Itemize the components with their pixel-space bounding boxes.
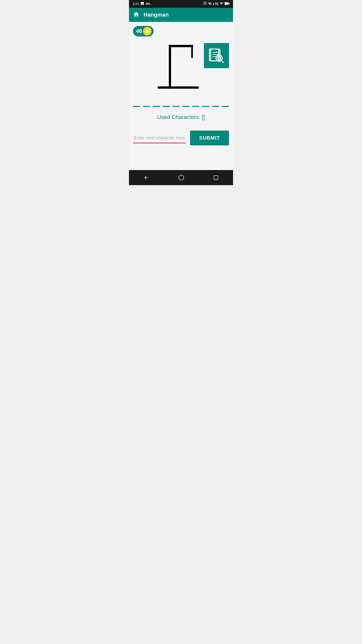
battery-icon bbox=[224, 2, 230, 6]
submit-button[interactable]: SUBMIT bbox=[190, 131, 229, 145]
back-arrow-icon bbox=[143, 175, 149, 181]
blank-3 bbox=[153, 106, 160, 107]
input-area: SUBMIT bbox=[133, 131, 229, 145]
blank-9 bbox=[212, 106, 219, 107]
word-blanks bbox=[133, 106, 229, 107]
blank-1 bbox=[133, 106, 140, 107]
svg-point-16 bbox=[179, 175, 184, 180]
status-bar: 3:20 NFL LTE bbox=[129, 0, 233, 8]
lte-indicator: LTE bbox=[213, 2, 218, 6]
status-left: 3:20 NFL bbox=[132, 2, 151, 6]
svg-rect-2 bbox=[229, 3, 230, 4]
home-nav-button[interactable] bbox=[173, 173, 189, 183]
status-time: 3:20 bbox=[132, 2, 139, 6]
alarm-status-icon bbox=[203, 2, 207, 6]
status-right: LTE bbox=[203, 2, 230, 6]
signal-icon bbox=[219, 2, 223, 6]
hint-button[interactable] bbox=[204, 43, 229, 68]
nfl-status-icon: NFL bbox=[146, 3, 151, 5]
home-icon[interactable] bbox=[133, 11, 140, 19]
star-coin bbox=[143, 27, 152, 35]
book-search-icon bbox=[208, 47, 225, 64]
svg-line-15 bbox=[221, 60, 223, 63]
app-title: Hangman bbox=[144, 12, 169, 18]
blank-5 bbox=[172, 106, 180, 107]
mute-status-icon bbox=[208, 2, 212, 6]
blank-4 bbox=[163, 106, 170, 107]
star-coin-icon bbox=[145, 29, 150, 34]
svg-rect-1 bbox=[225, 3, 228, 5]
hangman-area bbox=[133, 41, 229, 96]
image-status-icon bbox=[140, 2, 144, 6]
blank-8 bbox=[202, 106, 209, 107]
blank-10 bbox=[222, 106, 229, 107]
score-badge: 46 bbox=[133, 26, 154, 36]
bottom-nav bbox=[129, 170, 233, 185]
recent-apps-icon bbox=[213, 175, 219, 180]
blank-7 bbox=[192, 106, 199, 107]
main-content: 46 bbox=[129, 22, 233, 170]
blank-2 bbox=[143, 106, 150, 107]
used-characters-label: Used Characters: bbox=[157, 114, 200, 120]
back-button[interactable] bbox=[138, 173, 154, 183]
used-characters: Used Characters: [] bbox=[157, 114, 205, 120]
gallows-svg bbox=[151, 41, 211, 96]
app-bar: Hangman bbox=[129, 8, 233, 22]
char-input-wrapper bbox=[133, 133, 186, 143]
recent-apps-button[interactable] bbox=[208, 173, 224, 182]
used-characters-value: [] bbox=[202, 114, 205, 120]
home-circle-icon bbox=[178, 175, 184, 181]
score-value: 46 bbox=[136, 28, 142, 34]
svg-rect-17 bbox=[214, 176, 218, 180]
blank-6 bbox=[182, 106, 190, 107]
char-input[interactable] bbox=[134, 135, 185, 141]
